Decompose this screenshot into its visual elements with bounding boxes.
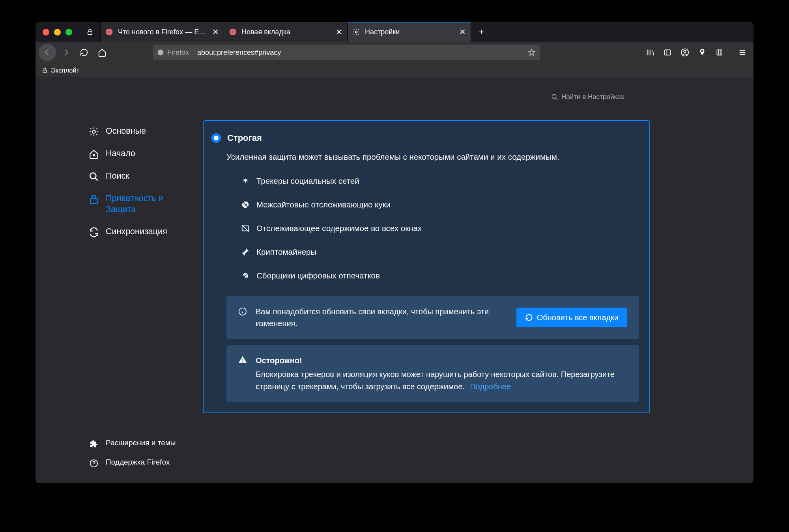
card-description: Усиленная защита может вызывать проблемы…	[211, 151, 639, 163]
gear-icon	[352, 28, 360, 36]
preferences-main: Строгая Усиленная защита может вызывать …	[203, 120, 753, 483]
warning-icon	[238, 355, 248, 393]
grid-button[interactable]	[712, 45, 727, 60]
feature-cryptominers: Криптомайнеры	[241, 247, 639, 257]
preferences-page: Найти в Настройках Основные Начало Поиск	[36, 78, 753, 483]
sidebar-item-general[interactable]: Основные	[88, 120, 203, 143]
window-controls	[36, 22, 79, 42]
home-icon	[98, 48, 107, 57]
help-icon	[88, 458, 99, 469]
location-button[interactable]	[694, 45, 710, 60]
hamburger-icon	[738, 48, 747, 57]
minimize-window-button[interactable]	[54, 29, 61, 35]
svg-point-14	[90, 173, 96, 179]
sidebar-item-privacy[interactable]: Приватность и Защита	[88, 188, 203, 221]
cookie-icon	[241, 200, 250, 209]
bookmark-star-icon[interactable]	[528, 49, 536, 56]
firefox-icon	[229, 28, 237, 36]
preferences-search[interactable]: Найти в Настройках	[547, 89, 650, 105]
sidebar-label: Поиск	[106, 171, 129, 182]
notice-text: Вам понадобится обновить свои вкладки, ч…	[256, 306, 509, 329]
close-tab-icon[interactable]: ✕	[459, 27, 466, 37]
warning-title: Осторожно!	[256, 355, 627, 367]
warning-text: Блокировка трекеров и изоляция куков мож…	[256, 370, 615, 391]
bookmarks-toolbar: Эксплойт	[36, 63, 753, 78]
lock-icon	[42, 67, 48, 73]
reload-button[interactable]	[76, 44, 92, 61]
close-window-button[interactable]	[43, 29, 49, 35]
svg-point-2	[108, 30, 111, 34]
sidebar-label: Основные	[106, 126, 146, 137]
feature-label: Криптомайнеры	[256, 247, 316, 257]
account-icon	[681, 48, 689, 57]
pinned-tab[interactable]	[79, 22, 101, 42]
sidebar-item-search[interactable]: Поиск	[88, 165, 203, 188]
tab-strip: Что нового в Firefox — Ещё бо ✕ Новая вк…	[36, 22, 753, 42]
tab-settings[interactable]: Настройки ✕	[348, 22, 471, 42]
svg-point-13	[93, 154, 95, 156]
sidebar-button[interactable]	[660, 45, 675, 60]
tracking-content-icon	[241, 224, 250, 233]
url-bar[interactable]: Firefox about:preferences#privacy	[153, 45, 540, 60]
bookmark-item[interactable]: Эксплойт	[51, 67, 79, 74]
svg-point-5	[355, 31, 357, 33]
puzzle-icon	[88, 439, 99, 450]
feature-list: Трекеры социальных сетей Межсайтовые отс…	[211, 176, 639, 280]
sidebar-item-home[interactable]: Начало	[88, 143, 203, 165]
fingerprint-icon	[241, 271, 250, 280]
tab-label: Настройки	[365, 28, 454, 36]
radio-strict[interactable]	[211, 133, 221, 143]
tab-new-tab[interactable]: Новая вкладка ✕	[224, 22, 348, 42]
cryptominer-icon	[241, 247, 250, 257]
identity-label: Firefox	[167, 49, 189, 57]
url-text: about:preferences#privacy	[197, 49, 281, 57]
library-button[interactable]	[642, 45, 658, 60]
feature-tracking-content: Отслеживающее содержимое во всех окнах	[241, 224, 639, 233]
pin-icon	[698, 48, 707, 57]
sidebar-item-extensions[interactable]: Расширения и темы	[88, 434, 203, 454]
forward-button[interactable]	[58, 44, 74, 61]
gear-icon	[88, 126, 99, 137]
close-tab-icon[interactable]: ✕	[212, 27, 219, 37]
firefox-logo-icon	[157, 49, 164, 56]
tab-whats-new[interactable]: Что нового в Firefox — Ещё бо ✕	[101, 22, 224, 42]
preferences-sidebar: Основные Начало Поиск Приватность и Защи…	[36, 120, 203, 483]
navigation-toolbar: Firefox about:preferences#privacy	[36, 42, 753, 63]
reload-all-tabs-button[interactable]: Обновить все вкладки	[516, 308, 627, 327]
grid-icon	[716, 49, 724, 56]
svg-point-6	[158, 50, 164, 56]
feature-label: Трекеры социальных сетей	[256, 176, 359, 186]
back-button[interactable]	[39, 44, 56, 61]
feature-fingerprinters: Сборщики цифровых отпечатков	[241, 271, 639, 280]
sidebar-label: Приватность и Защита	[106, 193, 172, 215]
svg-point-4	[231, 30, 234, 34]
svg-point-11	[552, 94, 556, 99]
identity-box[interactable]: Firefox	[157, 49, 193, 57]
learn-more-link[interactable]: Подробнее	[470, 382, 511, 391]
sidebar-label: Поддержка Firefox	[106, 457, 170, 467]
close-tab-icon[interactable]: ✕	[336, 27, 342, 37]
library-icon	[646, 48, 654, 57]
search-icon	[88, 171, 99, 182]
button-label: Обновить все вкладки	[537, 312, 619, 323]
warning-notice: Осторожно! Блокировка трекеров и изоляци…	[226, 345, 639, 402]
info-icon	[238, 307, 248, 316]
social-tracker-icon	[241, 176, 250, 186]
new-tab-button[interactable]: +	[471, 22, 492, 42]
reload-notice: Вам понадобится обновить свои вкладки, ч…	[226, 296, 639, 339]
maximize-window-button[interactable]	[65, 29, 72, 35]
reload-icon	[80, 48, 88, 57]
app-menu-button[interactable]	[735, 45, 750, 60]
search-icon	[551, 93, 558, 101]
arrow-right-icon	[62, 48, 70, 57]
sidebar-item-sync[interactable]: Синхронизация	[88, 221, 203, 243]
sidebar-item-support[interactable]: Поддержка Firefox	[88, 454, 203, 473]
sidebar-icon	[664, 49, 671, 56]
sync-icon	[88, 227, 99, 238]
sidebar-label: Синхронизация	[106, 226, 167, 237]
account-button[interactable]	[677, 45, 693, 60]
lock-icon	[88, 194, 99, 205]
feature-label: Отслеживающее содержимое во всех окнах	[256, 224, 422, 233]
home-button[interactable]	[94, 44, 110, 61]
svg-rect-15	[90, 199, 97, 203]
